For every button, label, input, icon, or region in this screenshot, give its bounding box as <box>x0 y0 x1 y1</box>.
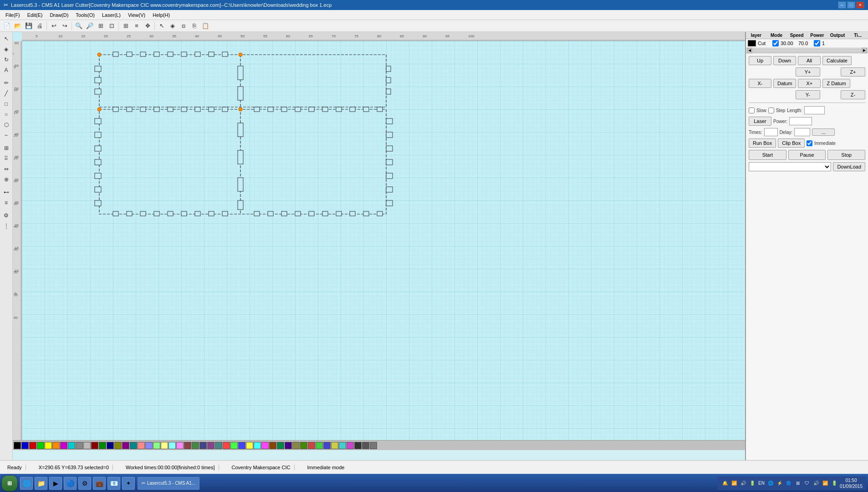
tool-rotate[interactable]: ↻ <box>1 55 11 65</box>
tool-poly[interactable]: ⬡ <box>1 120 11 130</box>
tray-icon-4[interactable]: 🔋 <box>749 480 756 487</box>
redo-btn[interactable]: ↪ <box>60 21 70 31</box>
swatch-indigo[interactable] <box>285 442 292 449</box>
tool-pen[interactable]: ✏ <box>1 78 11 88</box>
swatch-green[interactable] <box>37 442 44 449</box>
save-button[interactable]: 💾 <box>24 21 34 31</box>
up-button[interactable]: Up <box>749 56 771 65</box>
swatch-pink[interactable] <box>138 442 145 449</box>
z-plus-button[interactable]: Z+ <box>841 67 865 77</box>
datum-button[interactable]: Datum <box>773 79 796 88</box>
tool-bezier[interactable]: ~ <box>1 130 11 140</box>
calculate-button[interactable]: Calculate <box>822 56 852 65</box>
tool-line[interactable]: ╱ <box>1 88 11 98</box>
x-plus-button[interactable]: X+ <box>798 79 821 88</box>
tool-pointer[interactable]: ↖ <box>1 34 11 44</box>
swatch-brown[interactable] <box>184 442 191 449</box>
tool-more[interactable]: ⋮ <box>1 221 11 231</box>
node-btn[interactable]: ◈ <box>168 21 178 31</box>
tool-text[interactable]: A <box>1 65 11 75</box>
download-button[interactable]: DownLoad <box>833 162 865 171</box>
swatch-medblue[interactable] <box>323 442 331 449</box>
layer-row-cut[interactable]: Cut 30.00 70.0 1 <box>746 39 868 48</box>
transform-btn[interactable]: ⧈ <box>179 21 189 31</box>
immediate-checkbox[interactable] <box>807 140 812 146</box>
layer-enable-checkbox[interactable] <box>772 40 779 46</box>
swatch-lime[interactable] <box>153 442 160 449</box>
start-button-win[interactable]: ⊞ <box>2 476 17 491</box>
drawing-area[interactable] <box>22 41 745 450</box>
tray-icon-3[interactable]: 🔊 <box>740 480 747 487</box>
tool-node[interactable]: ◈ <box>1 44 11 54</box>
grid-btn[interactable]: ⊞ <box>121 21 131 31</box>
swatch-chartreuse[interactable] <box>300 442 307 449</box>
copy-btn[interactable]: ⎘ <box>189 21 199 31</box>
menu-help[interactable]: Help(H) <box>149 11 174 19</box>
swatch-gold[interactable] <box>331 442 338 449</box>
swatch-cyan[interactable] <box>68 442 75 449</box>
open-button[interactable]: 📂 <box>13 21 23 31</box>
z-minus-button[interactable]: Z- <box>841 90 865 99</box>
tray-icon-8[interactable]: ⊞ <box>794 480 802 487</box>
swatch-darkgray2[interactable] <box>362 442 369 449</box>
swatch-blue[interactable] <box>21 442 29 449</box>
zoom-select-btn[interactable]: ⊡ <box>107 21 117 31</box>
swatch-forestgreen[interactable] <box>192 442 199 449</box>
swatch-medcyan[interactable] <box>339 442 346 449</box>
swatch-khaki[interactable] <box>292 442 300 449</box>
tray-icon-1[interactable]: 🔔 <box>721 480 729 487</box>
tray-icon-9[interactable]: 🛡 <box>803 480 811 487</box>
laser-button[interactable]: Laser <box>749 117 771 126</box>
minimize-button[interactable]: ─ <box>838 1 846 9</box>
start-button[interactable]: Start <box>749 150 786 160</box>
tool-mirror[interactable]: ⇔ <box>1 164 11 174</box>
length-input[interactable]: 50.00 <box>804 106 825 114</box>
folder-icon[interactable]: 📁 <box>35 477 47 490</box>
media-icon[interactable]: ▶ <box>49 477 62 490</box>
z-datum-button[interactable]: Z Datum <box>822 79 850 88</box>
swatch-lightgray[interactable] <box>83 442 91 449</box>
machine-select[interactable] <box>749 162 831 171</box>
swatch-medgray1[interactable] <box>370 442 377 449</box>
swatch-cornflower[interactable] <box>238 442 245 449</box>
all-button[interactable]: All <box>798 56 821 65</box>
tool-rect[interactable]: □ <box>1 99 11 109</box>
swatch-darkgray1[interactable] <box>354 442 362 449</box>
tray-icon-battery[interactable]: 🔋 <box>831 480 838 487</box>
stop-button[interactable]: Stop <box>827 150 865 160</box>
menu-file[interactable]: File(F) <box>2 11 24 19</box>
swatch-plum[interactable] <box>207 442 214 449</box>
menu-tools[interactable]: Tools(O) <box>72 11 98 19</box>
swatch-coral[interactable] <box>308 442 315 449</box>
zoom-fit-btn[interactable]: ⊞ <box>96 21 106 31</box>
tool-measure[interactable]: ⊷ <box>1 187 11 197</box>
swatch-lightmagenta[interactable] <box>176 442 184 449</box>
swatch-yellow2[interactable] <box>246 442 253 449</box>
tool-layers[interactable]: ≡ <box>1 198 11 208</box>
chrome-icon[interactable]: 🔵 <box>64 477 77 490</box>
swatch-darkgreen[interactable] <box>99 442 106 449</box>
delay-input[interactable]: 0 <box>794 128 810 136</box>
swatch-lightcyan[interactable] <box>168 442 176 449</box>
swatch-teal[interactable] <box>130 442 137 449</box>
menu-view[interactable]: View(V) <box>124 11 149 19</box>
swatch-emerald[interactable] <box>277 442 284 449</box>
tray-icon-10[interactable]: 🔊 <box>812 480 820 487</box>
paste-btn[interactable]: 📋 <box>200 21 210 31</box>
swatch-springgreen[interactable] <box>230 442 238 449</box>
swatch-slateblue[interactable] <box>199 442 207 449</box>
swatch-medgreen[interactable] <box>316 442 323 449</box>
y-plus-button[interactable]: Y+ <box>796 67 820 77</box>
star-icon[interactable]: ✦ <box>122 477 135 490</box>
app-icon2[interactable]: ⚙ <box>78 477 91 490</box>
tray-icon-6[interactable]: ⚡ <box>776 480 783 487</box>
new-button[interactable]: 📄 <box>2 21 12 31</box>
run-box-button[interactable]: Run Box <box>749 138 776 148</box>
laser-power-input[interactable]: 10.00 <box>789 117 812 125</box>
tray-icon-7[interactable]: 🔵 <box>785 480 792 487</box>
zoom-in-btn[interactable]: 🔍 <box>74 21 84 31</box>
align-btn[interactable]: ≡ <box>132 21 142 31</box>
swatch-black[interactable] <box>14 442 21 449</box>
swatch-darkred[interactable] <box>91 442 98 449</box>
undo-btn[interactable]: ↩ <box>49 21 59 31</box>
